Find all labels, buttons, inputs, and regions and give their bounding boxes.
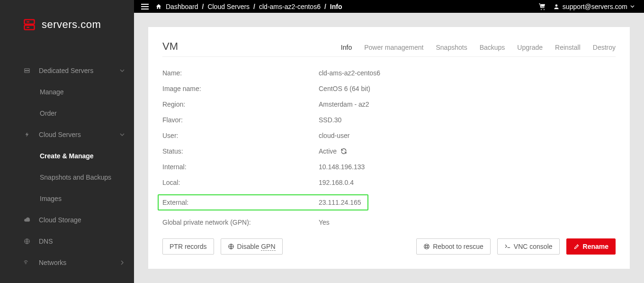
ptr-records-button[interactable]: PTR records bbox=[162, 238, 214, 255]
field-label-external: External: bbox=[162, 199, 319, 206]
sidebar-item-label: DNS bbox=[39, 237, 53, 245]
sidebar-item-dedicated-servers[interactable]: Dedicated Servers bbox=[0, 60, 134, 81]
tabs: Info Power management Snapshots Backups … bbox=[341, 44, 616, 51]
page-title: VM bbox=[162, 40, 178, 53]
breadcrumb-separator: / bbox=[253, 3, 255, 10]
field-label-gpn: Global private network (GPN): bbox=[162, 219, 319, 226]
field-value-name: cld-ams-az2-centos6 bbox=[319, 69, 616, 77]
breadcrumb-item[interactable]: cld-ams-az2-centos6 bbox=[259, 3, 321, 10]
cloud-icon bbox=[23, 217, 31, 223]
tab-power-management[interactable]: Power management bbox=[364, 44, 423, 51]
field-value-external: 23.111.24.165 bbox=[319, 199, 367, 206]
user-icon bbox=[553, 3, 560, 10]
brand-logo[interactable]: servers.com bbox=[0, 0, 134, 47]
breadcrumb-item-current: Info bbox=[330, 3, 342, 10]
vnc-console-button[interactable]: VNC console bbox=[497, 238, 560, 255]
button-label: PTR records bbox=[170, 243, 207, 250]
field-value-status: Active bbox=[319, 147, 616, 155]
rename-button[interactable]: Rename bbox=[566, 238, 616, 255]
field-value-user: cloud-user bbox=[319, 132, 616, 139]
field-value-internal: 10.148.196.133 bbox=[319, 163, 616, 171]
server-icon bbox=[23, 67, 31, 74]
breadcrumb-item[interactable]: Cloud Servers bbox=[207, 3, 250, 10]
brand-name: servers.com bbox=[42, 18, 101, 31]
sidebar-item-manage[interactable]: Manage bbox=[0, 81, 134, 102]
field-label-name: Name: bbox=[162, 69, 319, 77]
svg-rect-4 bbox=[25, 68, 30, 70]
action-buttons: PTR records Disable GPN Reboot to rescu bbox=[162, 238, 616, 255]
vm-info-card: VM Info Power management Snapshots Backu… bbox=[148, 27, 630, 269]
sidebar-item-label: Snapshots and Backups bbox=[40, 173, 111, 181]
bolt-icon bbox=[23, 131, 31, 138]
sidebar: servers.com Dedicated Servers Manage Ord… bbox=[0, 0, 134, 283]
sidebar-item-images[interactable]: Images bbox=[0, 188, 134, 209]
breadcrumb: Dashboard / Cloud Servers / cld-ams-az2-… bbox=[155, 3, 342, 10]
breadcrumb-separator: / bbox=[324, 3, 326, 10]
topbar: Dashboard / Cloud Servers / cld-ams-az2-… bbox=[134, 0, 644, 13]
sidebar-item-label: Cloud Storage bbox=[39, 216, 81, 224]
edit-icon bbox=[573, 243, 580, 250]
sidebar-item-label: Create & Manage bbox=[40, 152, 94, 160]
tab-destroy[interactable]: Destroy bbox=[593, 44, 616, 51]
field-value-gpn: Yes bbox=[319, 219, 616, 226]
sidebar-item-create-manage[interactable]: Create & Manage bbox=[0, 145, 134, 166]
svg-point-13 bbox=[426, 246, 428, 248]
field-label-user: User: bbox=[162, 132, 319, 139]
menu-toggle-icon[interactable] bbox=[141, 3, 149, 10]
refresh-icon[interactable] bbox=[340, 148, 347, 155]
breadcrumb-separator: / bbox=[202, 3, 204, 10]
svg-point-10 bbox=[555, 4, 558, 7]
disable-gpn-button[interactable]: Disable GPN bbox=[221, 238, 283, 255]
home-icon[interactable] bbox=[155, 3, 162, 10]
sidebar-item-label: Cloud Servers bbox=[39, 131, 81, 138]
sidebar-item-label: Order bbox=[40, 110, 57, 117]
chevron-down-icon bbox=[120, 132, 125, 137]
button-label: Rename bbox=[583, 243, 608, 250]
sidebar-item-networks[interactable]: Networks bbox=[0, 252, 134, 273]
status-text: Active bbox=[319, 147, 337, 155]
tab-snapshots[interactable]: Snapshots bbox=[436, 44, 467, 51]
field-row-external-highlighted: External: 23.111.24.165 bbox=[158, 194, 368, 210]
svg-rect-5 bbox=[25, 71, 30, 73]
field-label-image: Image name: bbox=[162, 85, 319, 92]
chevron-right-icon bbox=[120, 260, 125, 265]
user-email: support@servers.com bbox=[563, 3, 627, 10]
chevron-down-icon bbox=[630, 4, 635, 9]
reboot-to-rescue-button[interactable]: Reboot to rescue bbox=[416, 238, 491, 255]
sidebar-item-snapshots-backups[interactable]: Snapshots and Backups bbox=[0, 166, 134, 188]
chevron-down-icon bbox=[120, 68, 125, 73]
tab-backups[interactable]: Backups bbox=[480, 44, 505, 51]
field-label-status: Status: bbox=[162, 147, 319, 155]
sidebar-item-label: Images bbox=[40, 195, 62, 202]
button-label: Disable GPN bbox=[237, 243, 276, 250]
tab-info[interactable]: Info bbox=[341, 44, 352, 51]
sidebar-item-label: Manage bbox=[40, 88, 64, 96]
vm-details: Name: cld-ams-az2-centos6 Image name: Ce… bbox=[162, 69, 616, 226]
sidebar-nav: Dedicated Servers Manage Order Cloud Ser… bbox=[0, 47, 134, 273]
sidebar-item-order[interactable]: Order bbox=[0, 102, 134, 124]
sidebar-item-dns[interactable]: DNS bbox=[0, 230, 134, 252]
field-value-flavor: SSD.30 bbox=[319, 116, 616, 124]
field-label-region: Region: bbox=[162, 100, 319, 108]
sidebar-item-label: Dedicated Servers bbox=[39, 67, 93, 74]
sidebar-item-label: Networks bbox=[39, 259, 66, 266]
field-label-flavor: Flavor: bbox=[162, 116, 319, 124]
field-label-internal: Internal: bbox=[162, 163, 319, 171]
field-value-local: 192.168.0.4 bbox=[319, 179, 616, 186]
sidebar-item-cloud-storage[interactable]: Cloud Storage bbox=[0, 209, 134, 230]
button-label: VNC console bbox=[514, 243, 553, 250]
breadcrumb-item[interactable]: Dashboard bbox=[166, 3, 198, 10]
user-menu[interactable]: support@servers.com bbox=[553, 3, 635, 10]
tab-upgrade[interactable]: Upgrade bbox=[517, 44, 543, 51]
globe-icon bbox=[23, 238, 31, 245]
cart-icon[interactable] bbox=[538, 3, 546, 10]
sidebar-item-cloud-servers[interactable]: Cloud Servers bbox=[0, 124, 134, 145]
brand-icon bbox=[23, 18, 36, 31]
globe-icon bbox=[228, 243, 234, 250]
tab-reinstall[interactable]: Reinstall bbox=[555, 44, 581, 51]
terminal-icon bbox=[504, 244, 511, 249]
field-value-region: Amsterdam - az2 bbox=[319, 100, 616, 108]
signal-icon bbox=[23, 259, 31, 266]
field-value-image: CentOS 6 (64 bit) bbox=[319, 85, 616, 92]
life-ring-icon bbox=[423, 243, 430, 250]
